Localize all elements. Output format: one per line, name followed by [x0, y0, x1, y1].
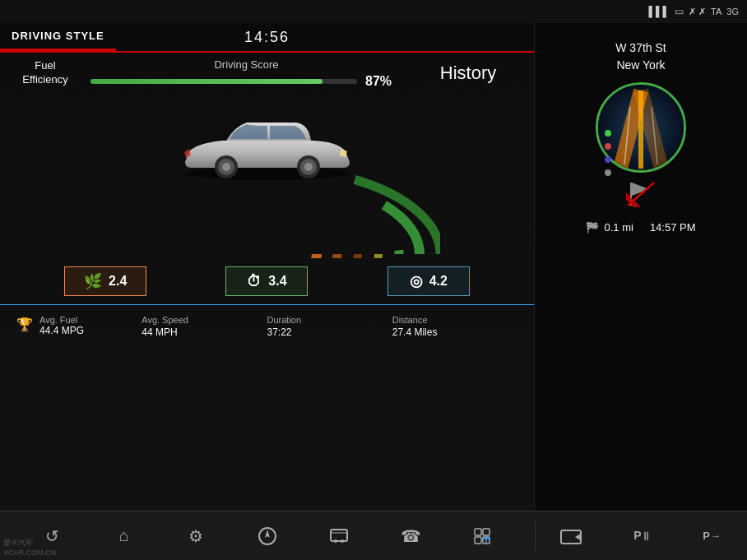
- svg-point-28: [341, 539, 344, 543]
- svg-marker-36: [575, 533, 582, 541]
- phone-nav-icon[interactable]: ☎: [396, 521, 425, 551]
- driving-style-label: DRIVING STYLE: [0, 23, 116, 51]
- distance-value: 0.1 mi: [604, 221, 633, 234]
- header-bar: DRIVING STYLE 14:56: [0, 23, 534, 53]
- duration-label: Duration: [267, 315, 392, 325]
- signal-strength: ▌▌▌: [648, 6, 670, 17]
- svg-point-10: [222, 163, 230, 171]
- car-visualization: [0, 94, 534, 258]
- arrival-time: 14:57 PM: [650, 221, 696, 234]
- media-nav-icon[interactable]: [324, 521, 354, 551]
- no-route-icon: [626, 181, 656, 213]
- location-text: W 37th St New York: [615, 39, 666, 74]
- score-bar-container: 87%: [90, 74, 402, 89]
- svg-rect-25: [331, 530, 347, 541]
- stat-avg-fuel: 🏆 Avg. Fuel 44.4 MPG: [16, 315, 142, 338]
- score-label: Driving Score: [90, 58, 402, 71]
- nav-right: P॥ P→: [535, 521, 747, 551]
- city-name: New York: [615, 57, 666, 74]
- nav-distance-row: 🏁 0.1 mi 14:57 PM: [586, 221, 695, 234]
- score-row: Fuel Efficiency Driving Score 87% Histor…: [0, 53, 534, 94]
- trophy-icon: 🏆: [16, 317, 33, 332]
- settings-nav-icon[interactable]: ⚙: [181, 521, 211, 551]
- avg-fuel-label: Avg. Fuel: [39, 315, 84, 325]
- fuel-efficiency-label: Fuel Efficiency: [16, 59, 74, 87]
- flag-icon: 🏁: [586, 221, 599, 234]
- nav-left: ↺ ⌂ ⚙ ☎: [0, 521, 535, 551]
- dot-gray: [605, 169, 611, 176]
- distance-label: Distance: [392, 315, 517, 325]
- score-box-brake: ◎ 4.2: [387, 266, 470, 296]
- svg-point-13: [304, 163, 313, 171]
- dot-green: [605, 130, 611, 137]
- speed-score: 3.4: [268, 274, 286, 289]
- distance-value: 27.4 Miles: [392, 326, 517, 338]
- apps-nav-icon[interactable]: [467, 521, 497, 551]
- street-name: W 37th St: [615, 39, 666, 57]
- history-button[interactable]: History: [419, 62, 517, 84]
- car-image: [173, 106, 362, 183]
- duration-value: 37:22: [267, 326, 392, 338]
- network-label: 3G: [726, 7, 739, 16]
- score-bar-fill: [90, 79, 322, 84]
- score-section: Driving Score 87%: [90, 58, 402, 89]
- left-panel: DRIVING STYLE 14:56 Fuel Efficiency Driv…: [0, 23, 535, 511]
- brake-score: 4.2: [429, 274, 448, 289]
- exit-nav-icon[interactable]: P→: [697, 521, 726, 551]
- avg-speed-label: Avg. Speed: [142, 315, 267, 325]
- stat-distance: Distance 27.4 Miles: [392, 315, 517, 338]
- stat-duration: Duration 37:22: [267, 315, 392, 338]
- svg-point-0: [218, 229, 317, 258]
- dots-column: [605, 130, 611, 176]
- right-panel: W 37th St New York: [535, 23, 747, 511]
- svg-rect-30: [483, 529, 489, 535]
- score-percent: 87%: [365, 74, 402, 89]
- ta-label: TA: [711, 7, 721, 16]
- svg-marker-24: [265, 530, 270, 538]
- svg-point-3: [156, 198, 378, 258]
- status-bar: ▌▌▌ ▭ ✗ ✗ TA 3G: [0, 0, 747, 23]
- score-bar: [90, 79, 357, 84]
- score-box-speed: ⏱ 3.4: [225, 266, 308, 296]
- navigation-nav-icon[interactable]: [253, 521, 282, 551]
- watermark: 爱卡汽车 XCAR.COM.CN: [3, 538, 56, 557]
- eco-icon: 🌿: [84, 272, 102, 290]
- avg-speed-value: 44 MPH: [142, 326, 267, 338]
- camera-nav-icon[interactable]: [556, 521, 586, 551]
- dot-blue: [605, 156, 611, 163]
- eco-score: 2.4: [109, 274, 127, 289]
- svg-point-4: [136, 188, 399, 258]
- nav-distance: 🏁 0.1 mi: [586, 221, 633, 234]
- svg-rect-31: [475, 537, 481, 544]
- park-nav-icon[interactable]: P॥: [626, 521, 656, 551]
- score-icons-row: 🌿 2.4 ⏱ 3.4 ◎ 4.2: [0, 266, 534, 296]
- home-nav-icon[interactable]: ⌂: [109, 521, 139, 551]
- clock-display: 14:56: [244, 29, 290, 46]
- stat-avg-speed: Avg. Speed 44 MPH: [142, 315, 267, 338]
- battery-icon: ▭: [675, 6, 684, 17]
- seat-icon: ✗ ✗: [689, 7, 706, 17]
- bottom-nav: ↺ ⌂ ⚙ ☎: [0, 511, 747, 560]
- score-box-eco: 🌿 2.4: [64, 266, 146, 296]
- svg-point-27: [334, 539, 337, 543]
- svg-point-1: [197, 219, 337, 258]
- svg-rect-29: [475, 529, 481, 535]
- svg-point-2: [177, 208, 358, 258]
- brake-icon: ◎: [410, 272, 423, 290]
- speed-icon: ⏱: [247, 273, 262, 290]
- dot-red: [605, 143, 611, 150]
- stats-row: 🏆 Avg. Fuel 44.4 MPG Avg. Speed 44 MPH D…: [0, 304, 534, 345]
- svg-point-7: [185, 167, 350, 180]
- main-content: DRIVING STYLE 14:56 Fuel Efficiency Driv…: [0, 23, 747, 511]
- avg-fuel-value: 44.4 MPG: [39, 325, 84, 336]
